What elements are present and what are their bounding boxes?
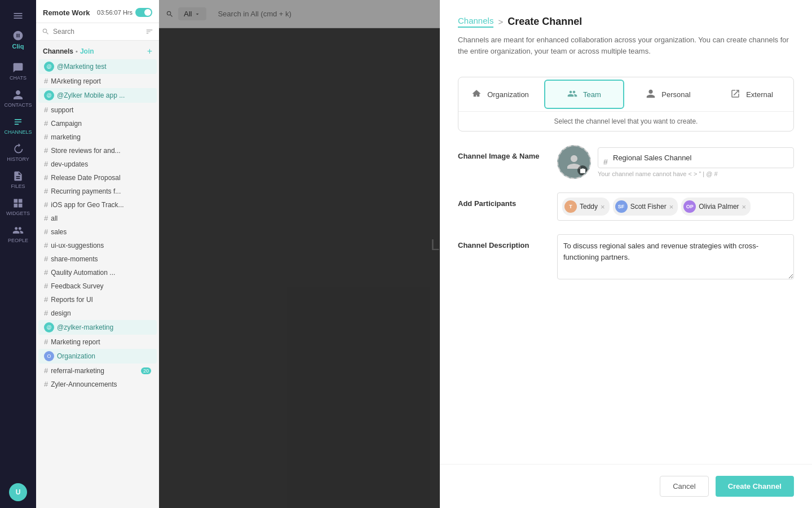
channel-list-item[interactable]: #design (38, 306, 157, 319)
participants-box[interactable]: T Teddy × SF Scott Fisher × OP Olivia Pa… (557, 192, 794, 221)
channel-avatar-upload[interactable] (557, 145, 591, 179)
org-avatar: O (44, 351, 54, 361)
channel-list-item[interactable]: #Release Date Proposal (38, 171, 157, 184)
channel-type-external[interactable]: External (712, 80, 791, 109)
channel-list-item[interactable]: #sales (38, 225, 157, 238)
hash-icon: # (44, 268, 48, 277)
sidebar-item-channels[interactable]: CHANNELS (6, 113, 30, 138)
sidebar-item-contacts[interactable]: CONTACTS (6, 86, 30, 111)
channel-list-item[interactable]: @@zylker-marketing··· (38, 320, 157, 335)
channel-list-item[interactable]: #Qaulity Automation ... (38, 266, 157, 279)
channel-name: Recurring payments f... (51, 187, 151, 195)
hash-icon: # (44, 338, 48, 346)
channel-list-item[interactable]: #all (38, 212, 157, 225)
channel-type-organization[interactable]: Organization (461, 80, 540, 109)
breadcrumb-channels-link[interactable]: Channels (458, 16, 493, 28)
personal-type-label: Personal (661, 90, 690, 99)
channel-list-item[interactable]: #Zyler-Announcements (38, 378, 157, 391)
hash-icon: # (44, 309, 48, 317)
channel-type-team[interactable]: Team (544, 80, 624, 109)
hash-icon: # (44, 295, 48, 304)
sidebar-item-history[interactable]: HISTORY (6, 140, 30, 165)
hash-prefix-icon: # (603, 157, 608, 167)
menu-icon[interactable] (6, 7, 30, 25)
channel-name: Marketing report (51, 338, 151, 346)
participant-avatar-img: T (564, 200, 577, 213)
channel-list-item[interactable]: #Reports for UI (38, 293, 157, 306)
hash-icon: # (44, 200, 48, 209)
user-avatar-bottom[interactable]: U (9, 483, 27, 501)
contacts-label: CONTACTS (5, 102, 32, 108)
svg-rect-0 (14, 13, 23, 14)
channel-list-item[interactable]: #Campaign (38, 117, 157, 130)
channel-name: @zylker-marketing (57, 323, 142, 331)
channel-name: marketing (51, 133, 151, 141)
channel-list-item[interactable]: #Store reviews for and... (38, 144, 157, 157)
channel-name: Release Date Proposal (51, 174, 151, 182)
app-logo: Cliq (6, 27, 30, 52)
hash-icon: # (44, 282, 48, 290)
channel-panel: Remote Work 03:56:07 Hrs Channels • Join… (36, 0, 159, 508)
channel-list-item[interactable]: #marketing (38, 130, 157, 143)
hash-icon: # (44, 146, 48, 155)
channel-type-personal[interactable]: Personal (629, 80, 708, 109)
channel-list-item[interactable]: #share-moments (38, 252, 157, 265)
channel-name: support (51, 106, 151, 114)
app-name: Cliq (12, 43, 24, 50)
channel-list-item[interactable]: #ui-ux-suggestions (38, 239, 157, 252)
channel-image-name-row: # Your channel name cannot have < > " | … (557, 145, 794, 179)
organization-type-icon (471, 89, 483, 100)
sidebar-item-chats[interactable]: CHATS (6, 59, 30, 84)
channel-list-item[interactable]: OOrganization··· (38, 349, 157, 364)
channel-name: @Marketing test (57, 63, 142, 71)
channel-name: referral-marketing (51, 367, 138, 375)
add-channel-btn[interactable]: + (147, 46, 152, 56)
external-type-icon (730, 89, 742, 100)
participant-remove-btn[interactable]: × (742, 203, 747, 211)
channel-list-item[interactable]: @@Zylker Mobile app ...··· (38, 88, 157, 103)
search-icon (42, 28, 50, 36)
hash-icon: # (44, 160, 48, 168)
participant-tag: SF Scott Fisher × (613, 198, 678, 216)
team-type-icon (567, 89, 579, 100)
channel-list-item[interactable]: #Feedback Survey (38, 279, 157, 292)
channel-list-item[interactable]: #referral-marketing20 (38, 364, 157, 377)
sidebar-item-widgets[interactable]: WIDGETS (6, 194, 30, 219)
image-name-label: Channel Image & Name (458, 145, 548, 160)
channel-list-item[interactable]: @@Marketing test··· (38, 59, 157, 74)
channel-list-item[interactable]: #iOS app for Geo Track... (38, 198, 157, 211)
hash-icon: # (44, 173, 48, 182)
channel-image-name-section: Channel Image & Name # (440, 145, 812, 179)
cancel-button[interactable]: Cancel (660, 476, 708, 497)
channel-name-wrap: # Your channel name cannot have < > " | … (598, 147, 794, 177)
hash-icon: # (44, 380, 48, 388)
sidebar-item-people[interactable]: PEOPLE (6, 221, 30, 246)
svg-rect-2 (14, 17, 23, 19)
participant-remove-btn[interactable]: × (669, 203, 674, 211)
sidebar-item-files[interactable]: FILES (6, 167, 30, 192)
channel-description-section: Channel Description (440, 234, 812, 282)
create-channel-button[interactable]: Create Channel (716, 476, 794, 497)
join-link[interactable]: Join (80, 47, 94, 55)
channel-list-item[interactable]: #dev-updates (38, 157, 157, 170)
channel-name: all (51, 214, 151, 222)
channel-list-item[interactable]: #support (38, 103, 157, 116)
channel-list-item[interactable]: #MArketing report (38, 75, 157, 87)
channel-list-item[interactable]: #Recurring payments f... (38, 185, 157, 198)
external-type-label: External (746, 90, 773, 99)
search-input[interactable] (53, 28, 142, 36)
channel-name: sales (51, 228, 151, 236)
participant-remove-btn[interactable]: × (601, 203, 605, 211)
channel-list-item[interactable]: #Marketing report (38, 335, 157, 348)
timer-area: 03:56:07 Hrs (97, 8, 152, 17)
timer-toggle[interactable] (135, 8, 152, 17)
participants-input-area: T Teddy × SF Scott Fisher × OP Olivia Pa… (557, 192, 794, 221)
participant-avatar-img: SF (615, 200, 628, 213)
channel-name-input[interactable] (598, 147, 794, 168)
hash-icon: # (44, 227, 48, 236)
channel-name: Organization (57, 352, 142, 360)
add-participants-section: Add Participants T Teddy × SF Scott Fish… (440, 192, 812, 221)
team-type-label: Team (583, 90, 601, 99)
description-textarea[interactable] (557, 234, 794, 279)
hash-icon: # (44, 366, 48, 375)
